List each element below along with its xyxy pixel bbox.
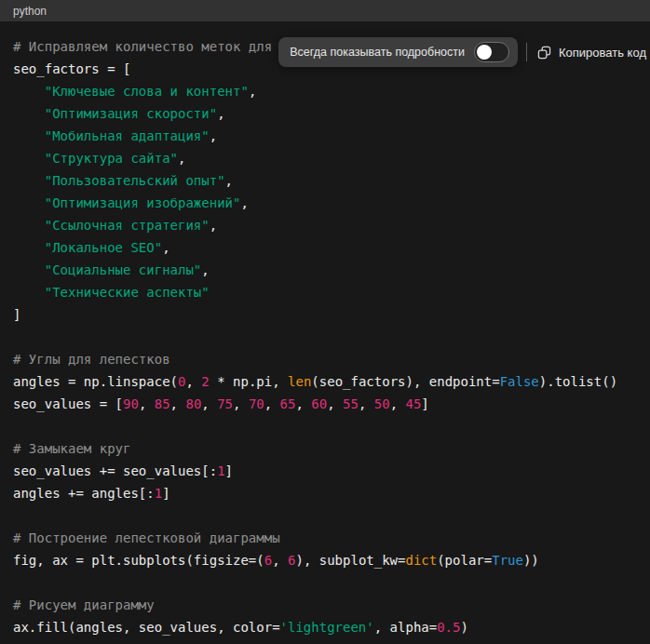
code-line: "Мобильная адаптация", [13, 125, 637, 147]
code-content: # Исправляем количество меток для лепест… [0, 21, 650, 644]
code-line: angles = np.linspace(0, 2 * np.pi, len(s… [13, 370, 637, 393]
code-line: "Ссылочная стратегия", [13, 214, 637, 236]
code-line: seo_values += seo_values[:1] [13, 460, 637, 482]
code-line: ] [13, 303, 637, 326]
code-line [13, 326, 637, 348]
code-line: # Углы для лепестков [13, 348, 637, 370]
code-line: "Ключевые слова и контент", [13, 80, 637, 102]
toolbar-divider [526, 43, 527, 61]
copy-icon [537, 46, 551, 60]
code-line [13, 415, 637, 437]
code-line: "Социальные сигналы", [13, 259, 637, 281]
language-label: python [13, 5, 47, 18]
floating-toolbar: Всегда показывать подробности Копировать… [278, 37, 648, 67]
code-block-header: python [0, 0, 650, 21]
code-block: python # Исправляем количество меток для… [0, 0, 650, 644]
code-line: "Оптимизация скорости", [13, 102, 637, 125]
code-line: # Рисуем диаграмму [13, 594, 637, 616]
code-line: "Пользовательский опыт", [13, 169, 637, 192]
code-line: "Структура сайта", [13, 147, 637, 169]
code-line: "Технические аспекты" [13, 281, 637, 303]
code-line: ax.fill(angles, seo_values, color='light… [13, 616, 637, 638]
code-line: "Локальное SEO", [13, 236, 637, 259]
copy-code-button[interactable]: Копировать код [535, 46, 648, 60]
code-line: "Оптимизация изображений", [13, 192, 637, 214]
toggle-knob [477, 45, 492, 60]
details-toggle-switch[interactable] [474, 42, 509, 62]
code-line: # Замыкаем круг [13, 437, 637, 460]
copy-code-label: Копировать код [559, 46, 646, 60]
code-line: # Построение лепестковой диаграммы [13, 527, 637, 549]
code-line: fig, ax = plt.subplots(figsize=(6, 6), s… [13, 549, 637, 571]
code-line: angles += angles[:1] [13, 482, 637, 504]
code-line [13, 571, 637, 594]
code-line [13, 504, 637, 527]
details-toggle-pill: Всегда показывать подробности [278, 37, 518, 67]
code-line: seo_values = [90, 85, 80, 75, 70, 65, 60… [13, 393, 637, 415]
toggle-label: Всегда показывать подробности [290, 46, 465, 59]
